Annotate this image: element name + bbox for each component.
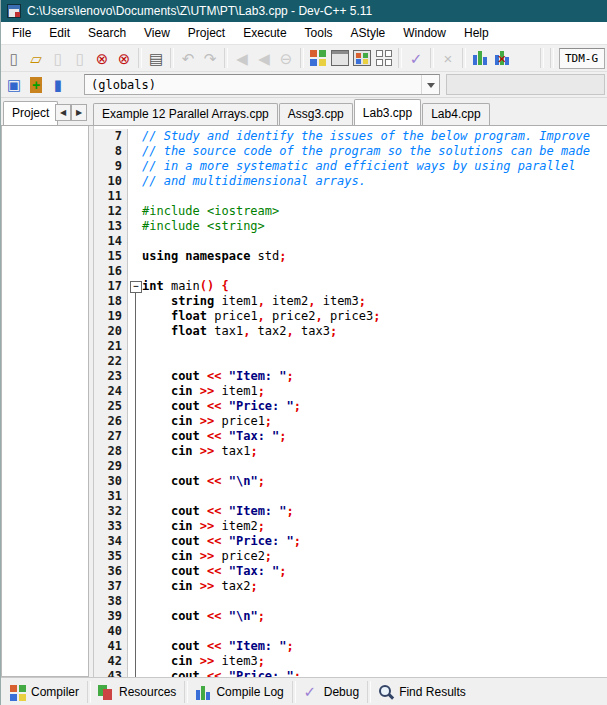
fold-gutter [128,339,142,354]
line-number: 43 [94,669,128,677]
editor-tab-example-12-parallel-arrays-cpp[interactable]: Example 12 Parallel Arrays.cpp [93,103,278,125]
toolbar-separator [138,48,142,68]
goto-declaration-icon: ◀ [231,47,253,69]
profile-icon[interactable] [469,47,491,69]
compiler-select[interactable]: TDM-G [559,48,605,69]
code-text: // in a more systematic and efficient wa… [142,159,575,174]
compiler-tab[interactable]: Compiler [3,680,87,704]
remove-from-project-icon[interactable]: ▮ [47,74,69,96]
fold-gutter [128,414,142,429]
menu-execute[interactable]: Execute [234,23,295,43]
code-line: 32 cout << "Item: "; [94,504,607,519]
scroll-right-icon[interactable]: ▶ [71,104,87,121]
editor-tab-lab3-cpp[interactable]: Lab3.cpp [354,99,421,125]
save-icon: ▯ [47,47,69,69]
line-number: 12 [94,204,128,219]
run-icon[interactable] [329,47,351,69]
code-text: cin >> price1; [142,414,272,429]
code-line: 31 [94,489,607,504]
code-text: cin >> item1; [142,384,265,399]
line-number: 25 [94,399,128,414]
line-number: 37 [94,579,128,594]
line-number: 42 [94,654,128,669]
menu-project[interactable]: Project [179,23,234,43]
find-results-tab[interactable]: Find Results [371,680,474,704]
fold-gutter [128,174,142,189]
menu-help[interactable]: Help [455,23,498,43]
open-file-icon[interactable]: ▱ [25,47,47,69]
code-line: 12#include <iostream> [94,204,607,219]
chevron-down-icon[interactable] [421,75,439,94]
scroll-left-icon[interactable]: ◀ [55,104,71,121]
code-editor[interactable]: 7// Study and identify the issues of the… [93,126,607,677]
code-text: string item1, item2, item3; [142,294,366,309]
code-text: int main() { [142,279,229,294]
code-line: 14 [94,234,607,249]
menu-window[interactable]: Window [394,23,455,43]
code-text: using namespace std; [142,249,287,264]
fold-gutter [128,444,142,459]
tab-project[interactable]: Project [3,101,58,125]
line-number: 7 [94,129,128,144]
code-text: #include <string> [142,219,265,234]
line-number: 20 [94,324,128,339]
print-icon[interactable]: ▤ [145,47,167,69]
code-text: cout << "Price: "; [142,669,301,677]
menu-view[interactable]: View [135,23,179,43]
code-line: 19 float price1, price2, price3; [94,309,607,324]
debug-tab[interactable]: ✓Debug [296,680,367,704]
find-results-tab-label: Find Results [399,685,466,699]
compile-run-icon[interactable] [351,47,373,69]
compile-icon[interactable] [307,47,329,69]
fold-gutter [128,669,142,677]
close-file-icon[interactable]: ⊗ [91,47,113,69]
code-line: 34 cout << "Price: "; [94,534,607,549]
code-text: cout << "\n"; [142,474,265,489]
rebuild-all-icon[interactable] [373,47,395,69]
code-line: 13#include <string> [94,219,607,234]
code-text: cin >> price2; [142,549,272,564]
editor-tab-assg3-cpp[interactable]: Assg3.cpp [279,103,353,125]
fold-gutter [128,369,142,384]
class-browser-select[interactable]: (globals) [84,74,440,95]
fold-gutter [128,219,142,234]
project-panel[interactable] [1,126,89,677]
code-line: 42 cin >> item3; [94,654,607,669]
new-file-icon[interactable]: ▯ [3,47,25,69]
line-number: 26 [94,414,128,429]
menu-tools[interactable]: Tools [296,23,342,43]
left-panel-header: Project ◀ ▶ [1,98,89,125]
syntax-check-icon[interactable]: ✓ [405,47,427,69]
fold-gutter [128,474,142,489]
compile-log-tab[interactable]: Compile Log [188,680,291,704]
code-text: cout << "Item: "; [142,369,294,384]
menu-astyle[interactable]: AStyle [342,23,395,43]
new-project-icon[interactable]: ▣ [3,74,25,96]
fold-marker-icon[interactable] [128,279,142,294]
compile-log-tab-label: Compile Log [216,685,283,699]
add-to-project-icon[interactable]: + [25,74,47,96]
menu-file[interactable]: File [3,23,40,43]
fold-gutter [128,519,142,534]
editor-tab-lab4-cpp[interactable]: Lab4.cpp [422,103,489,125]
menu-search[interactable]: Search [79,23,135,43]
compiler-select-value: TDM-G [565,52,598,65]
dev-cpp-window: C:\Users\lenovo\Documents\Z\UTM\PT\Lab3.… [0,0,607,705]
fold-gutter [128,144,142,159]
line-number: 28 [94,444,128,459]
fold-gutter [128,294,142,309]
code-text: // Study and identify the issues of the … [142,129,590,144]
fold-gutter [128,579,142,594]
project-toolbar: ▣+▮ (globals) [1,72,607,98]
toolbar-separator [540,48,544,68]
menu-edit[interactable]: Edit [40,23,79,43]
fold-gutter [128,459,142,474]
resources-tab[interactable]: Resources [91,680,184,704]
member-select-disabled [446,74,605,95]
code-line: 26 cin >> price1; [94,414,607,429]
code-line: 27 cout << "Tax: "; [94,429,607,444]
close-all-icon[interactable]: ⊗ [113,47,135,69]
panel-tab-scroller: ◀ ▶ [55,104,87,121]
delete-profile-icon[interactable]: × [491,47,513,69]
code-line: 37 cin >> tax2; [94,579,607,594]
